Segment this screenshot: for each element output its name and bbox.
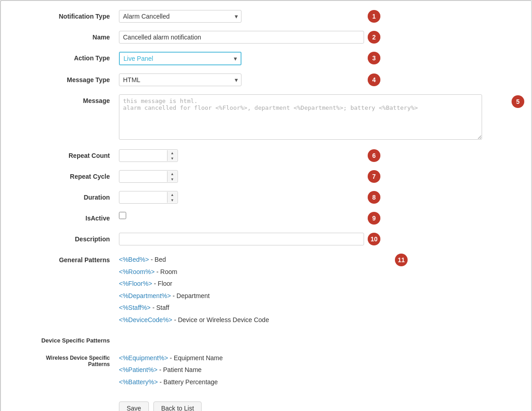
pattern-staff: <%Staff%> - Staff bbox=[119, 302, 391, 314]
name-input[interactable] bbox=[119, 31, 364, 44]
pattern-device-code-link[interactable]: <%DeviceCode%> bbox=[119, 316, 172, 323]
repeat-count-up[interactable]: ▲ bbox=[167, 150, 177, 156]
notification-type-wrap: Alarm Cancelled Alarm Active Alarm Ackno… bbox=[119, 10, 364, 23]
description-label: Description bbox=[28, 233, 119, 243]
device-specific-row: Device Specific Patterns bbox=[28, 334, 504, 344]
notification-type-select[interactable]: Alarm Cancelled Alarm Active Alarm Ackno… bbox=[119, 10, 241, 23]
general-patterns-row: General Patterns <%Bed%> - Bed <%Room%> … bbox=[28, 254, 504, 326]
repeat-count-down[interactable]: ▼ bbox=[167, 156, 177, 161]
description-row: Description 10 bbox=[28, 233, 504, 245]
repeat-count-label: Repeat Count bbox=[28, 149, 119, 159]
pattern-department: <%Department%> - Department bbox=[119, 290, 391, 302]
message-label: Message bbox=[28, 94, 119, 104]
message-type-wrap: HTML Plain Text bbox=[119, 73, 364, 86]
name-wrap bbox=[119, 31, 364, 44]
pattern-room: <%Room%> - Room bbox=[119, 266, 391, 278]
duration-up[interactable]: ▲ bbox=[167, 192, 177, 197]
wireless-device-label: Wireless Device Specific Patterns bbox=[28, 352, 119, 367]
wireless-patterns-wrap: <%Equipment%> - Equipment Name <%Patient… bbox=[119, 352, 391, 388]
badge-5: 5 bbox=[512, 95, 524, 108]
pattern-bed-link[interactable]: <%Bed%> bbox=[119, 256, 149, 263]
notification-type-select-wrapper[interactable]: Alarm Cancelled Alarm Active Alarm Ackno… bbox=[119, 10, 241, 23]
badge-6: 6 bbox=[368, 149, 380, 162]
badge-8: 8 bbox=[368, 191, 380, 204]
pattern-patient-link[interactable]: <%Patient%> bbox=[119, 366, 158, 373]
action-type-select[interactable]: Live Panel Email SMS Push Notification bbox=[120, 53, 241, 64]
pattern-device-code: <%DeviceCode%> - Device or Wireless Devi… bbox=[119, 314, 391, 326]
is-active-label: IsActive bbox=[28, 212, 119, 222]
description-wrap bbox=[119, 233, 364, 245]
pattern-battery: <%Battery%> - Battery Percentage bbox=[119, 376, 391, 388]
badge-7: 7 bbox=[368, 170, 380, 183]
save-button[interactable]: Save bbox=[119, 401, 149, 411]
notification-type-row: Notification Type Alarm Cancelled Alarm … bbox=[28, 10, 504, 23]
repeat-cycle-row: Repeat Cycle ▲ ▼ 7 bbox=[28, 170, 504, 183]
device-specific-label: Device Specific Patterns bbox=[28, 334, 119, 344]
name-row: Name 2 bbox=[28, 31, 504, 44]
repeat-cycle-up[interactable]: ▲ bbox=[167, 171, 177, 176]
repeat-cycle-arrows: ▲ ▼ bbox=[167, 171, 177, 182]
is-active-wrap bbox=[119, 212, 364, 219]
description-input[interactable] bbox=[119, 233, 364, 245]
pattern-equipment-link[interactable]: <%Equipment%> bbox=[119, 354, 168, 362]
message-row: Message this message is html. alarm canc… bbox=[28, 94, 504, 141]
badge-2: 2 bbox=[368, 31, 380, 44]
is-active-row: IsActive 9 bbox=[28, 212, 504, 225]
pattern-floor: <%Floor%> - Floor bbox=[119, 278, 391, 290]
badge-1: 1 bbox=[368, 10, 380, 23]
duration-wrap: ▲ ▼ bbox=[119, 191, 364, 204]
duration-arrows: ▲ ▼ bbox=[167, 192, 177, 203]
form-container: Notification Type Alarm Cancelled Alarm … bbox=[0, 0, 532, 411]
badge-11: 11 bbox=[395, 254, 408, 266]
pattern-room-link[interactable]: <%Room%> bbox=[119, 268, 155, 275]
duration-label: Duration bbox=[28, 191, 119, 201]
pattern-bed: <%Bed%> - Bed bbox=[119, 254, 391, 266]
badge-10: 10 bbox=[368, 233, 380, 245]
action-type-wrap: Live Panel Email SMS Push Notification bbox=[119, 52, 364, 65]
message-wrap: this message is html. alarm cancelled fo… bbox=[119, 94, 491, 141]
general-patterns-wrap: <%Bed%> - Bed <%Room%> - Room <%Floor%> … bbox=[119, 254, 391, 326]
pattern-equipment: <%Equipment%> - Equipment Name bbox=[119, 352, 391, 364]
action-type-label: Action Type bbox=[28, 52, 119, 62]
badge-3: 3 bbox=[368, 52, 380, 64]
duration-down[interactable]: ▼ bbox=[167, 197, 177, 203]
duration-row: Duration ▲ ▼ 8 bbox=[28, 191, 504, 204]
pattern-department-link[interactable]: <%Department%> bbox=[119, 292, 171, 299]
repeat-cycle-spinner[interactable]: ▲ ▼ bbox=[119, 170, 178, 183]
message-type-label: Message Type bbox=[28, 73, 119, 83]
back-to-list-button[interactable]: Back to List bbox=[153, 401, 202, 411]
pattern-patient: <%Patient%> - Patient Name bbox=[119, 364, 391, 376]
duration-spinner[interactable]: ▲ ▼ bbox=[119, 191, 178, 204]
repeat-count-arrows: ▲ ▼ bbox=[167, 150, 177, 161]
buttons-row: Save Back to List bbox=[28, 401, 504, 411]
pattern-battery-link[interactable]: <%Battery%> bbox=[119, 378, 158, 386]
pattern-floor-link[interactable]: <%Floor%> bbox=[119, 280, 152, 287]
repeat-count-wrap: ▲ ▼ bbox=[119, 149, 364, 162]
message-textarea[interactable]: this message is html. alarm cancelled fo… bbox=[119, 94, 482, 140]
repeat-count-row: Repeat Count ▲ ▼ 6 bbox=[28, 149, 504, 162]
action-type-select-wrapper[interactable]: Live Panel Email SMS Push Notification bbox=[119, 52, 241, 65]
repeat-cycle-down[interactable]: ▼ bbox=[167, 176, 177, 182]
is-active-checkbox[interactable] bbox=[119, 212, 126, 219]
action-type-row: Action Type Live Panel Email SMS Push No… bbox=[28, 52, 504, 65]
is-active-checkbox-row bbox=[119, 212, 364, 219]
message-type-select-wrapper[interactable]: HTML Plain Text bbox=[119, 73, 241, 86]
badge-4: 4 bbox=[368, 73, 380, 86]
repeat-cycle-label: Repeat Cycle bbox=[28, 170, 119, 180]
general-patterns-label: General Patterns bbox=[28, 254, 119, 264]
pattern-staff-link[interactable]: <%Staff%> bbox=[119, 304, 151, 311]
notification-type-label: Notification Type bbox=[28, 10, 119, 20]
badge-9: 9 bbox=[368, 212, 380, 225]
repeat-cycle-wrap: ▲ ▼ bbox=[119, 170, 364, 183]
name-label: Name bbox=[28, 31, 119, 41]
repeat-count-spinner[interactable]: ▲ ▼ bbox=[119, 149, 178, 162]
wireless-device-row: Wireless Device Specific Patterns <%Equi… bbox=[28, 352, 504, 388]
message-type-row: Message Type HTML Plain Text 4 bbox=[28, 73, 504, 86]
message-type-select[interactable]: HTML Plain Text bbox=[119, 73, 241, 86]
